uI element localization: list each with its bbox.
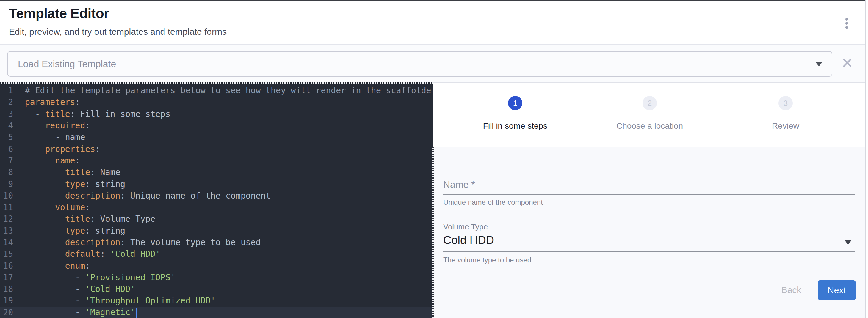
scrollbar-gutter[interactable] xyxy=(865,0,868,318)
code-text: - 'Throughput Optimized HDD' xyxy=(17,296,216,306)
line-number: 20 xyxy=(0,308,17,317)
step-indicator-2: 2 xyxy=(643,96,657,110)
code-line: 9 type: string xyxy=(0,178,433,189)
code-text: volume: xyxy=(17,202,90,212)
name-field-helper: Unique name of the component xyxy=(443,198,543,207)
step-connector xyxy=(660,103,775,103)
code-line: 10 description: Unique name of the compo… xyxy=(0,190,433,202)
code-line: 16 enum: xyxy=(0,260,433,271)
load-template-select[interactable]: Load Existing Template xyxy=(7,51,832,77)
code-line: 7 name: xyxy=(0,155,433,167)
code-lines: 1# Edit the template parameters below to… xyxy=(0,85,433,318)
next-button[interactable]: Next xyxy=(818,280,856,301)
step-label: Choose a location xyxy=(616,121,683,131)
stepper: 1Fill in some steps2Choose a location3Re… xyxy=(433,84,865,146)
code-text: type: string xyxy=(17,179,125,189)
code-line: 1# Edit the template parameters below to… xyxy=(0,85,433,96)
line-number: 9 xyxy=(0,179,17,189)
line-number: 3 xyxy=(0,109,17,119)
line-number: 12 xyxy=(0,214,17,224)
more-options-button[interactable] xyxy=(839,14,854,32)
code-text: - 'Magnetic' xyxy=(17,307,136,318)
step-indicator-1: 1 xyxy=(508,96,522,110)
line-number: 11 xyxy=(0,202,17,212)
line-number: 16 xyxy=(0,261,17,271)
line-number: 2 xyxy=(0,97,17,107)
step-indicator-3: 3 xyxy=(778,96,793,110)
code-text: - 'Provisioned IOPS' xyxy=(17,273,176,282)
code-line: 12 title: Volume Type xyxy=(0,213,433,225)
code-text: description: Unique name of the componen… xyxy=(17,191,271,201)
line-number: 8 xyxy=(0,167,17,177)
chevron-down-icon xyxy=(816,62,822,66)
code-text: - name xyxy=(17,132,85,142)
code-text: properties: xyxy=(17,144,100,154)
code-text: type: string xyxy=(17,226,125,236)
code-line: 5 - name xyxy=(0,131,433,143)
name-field-underline xyxy=(443,194,855,195)
code-text: title: Volume Type xyxy=(17,214,155,224)
load-template-select-placeholder: Load Existing Template xyxy=(18,52,116,76)
clear-template-button[interactable] xyxy=(839,55,855,71)
page-subtitle: Edit, preview, and try out templates and… xyxy=(9,27,227,37)
template-toolbar: Load Existing Template xyxy=(0,44,865,82)
line-number: 1 xyxy=(0,85,17,96)
line-number: 5 xyxy=(0,132,17,142)
line-number: 13 xyxy=(0,226,17,236)
code-text: default: 'Cold HDD' xyxy=(17,249,160,259)
code-text: title: Name xyxy=(17,167,120,177)
code-line: 19 - 'Throughput Optimized HDD' xyxy=(0,295,433,307)
line-number: 17 xyxy=(0,273,17,282)
code-line: 13 type: string xyxy=(0,225,433,237)
volume-type-underline xyxy=(443,251,855,252)
code-line: 18 - 'Cold HDD' xyxy=(0,283,433,295)
code-line: 15 default: 'Cold HDD' xyxy=(0,248,433,260)
line-number: 15 xyxy=(0,249,17,259)
code-text: - title: Fill in some steps xyxy=(17,109,170,119)
code-line: 17 - 'Provisioned IOPS' xyxy=(0,272,433,283)
code-line: 14 description: The volume type to be us… xyxy=(0,237,433,248)
code-editor[interactable]: 1# Edit the template parameters below to… xyxy=(0,84,433,318)
volume-type-helper: The volume type to be used xyxy=(443,256,531,264)
step-label: Review xyxy=(772,121,799,131)
chevron-down-icon xyxy=(845,240,851,245)
name-input[interactable] xyxy=(443,174,855,193)
kebab-vertical-icon xyxy=(845,26,848,29)
step-connector xyxy=(526,103,639,103)
code-text: description: The volume type to be used xyxy=(17,238,260,247)
line-number: 18 xyxy=(0,284,17,294)
line-number: 14 xyxy=(0,238,17,247)
line-number: 10 xyxy=(0,191,17,201)
line-number: 19 xyxy=(0,296,17,306)
code-line: 2parameters: xyxy=(0,96,433,108)
code-text: enum: xyxy=(17,261,90,271)
line-number: 7 xyxy=(0,156,17,166)
form-preview-panel: 1Fill in some steps2Choose a location3Re… xyxy=(433,84,865,318)
page-title: Template Editor xyxy=(9,5,109,22)
volume-type-value: Cold HDD xyxy=(443,234,494,247)
page-header: Template Editor Edit, preview, and try o… xyxy=(0,1,865,44)
volume-type-select[interactable] xyxy=(443,218,855,251)
code-line: 4 required: xyxy=(0,120,433,131)
text-cursor xyxy=(136,308,136,318)
code-text: parameters: xyxy=(17,97,80,107)
code-line: 8 title: Name xyxy=(0,167,433,178)
kebab-vertical-icon xyxy=(845,22,848,25)
back-button[interactable]: Back xyxy=(769,280,813,300)
code-line: 3 - title: Fill in some steps xyxy=(0,108,433,120)
code-line: 11 volume: xyxy=(0,202,433,213)
code-text: name: xyxy=(17,156,80,166)
kebab-vertical-icon xyxy=(845,18,848,21)
code-text: required: xyxy=(17,121,90,131)
template-form: Name * Unique name of the component Volu… xyxy=(433,146,865,318)
code-text: - 'Cold HDD' xyxy=(17,284,135,294)
step-label: Fill in some steps xyxy=(483,121,547,131)
code-line: 20 - 'Magnetic' xyxy=(0,307,433,318)
line-number: 4 xyxy=(0,121,17,131)
code-text: # Edit the template parameters below to … xyxy=(17,85,433,96)
line-number: 6 xyxy=(0,144,17,154)
code-line: 6 properties: xyxy=(0,143,433,154)
